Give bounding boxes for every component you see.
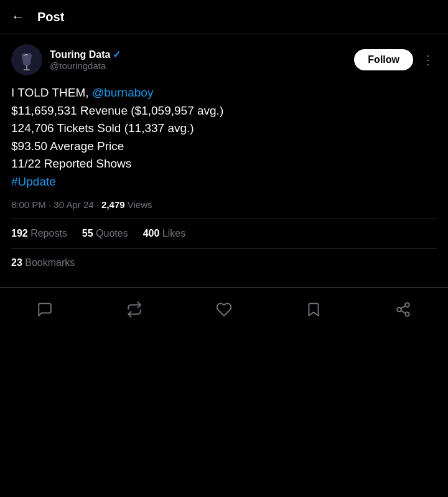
- bookmark-icon: [306, 301, 322, 318]
- follow-button[interactable]: Follow: [354, 49, 413, 70]
- post-line3: 124,706 Tickets Sold (11,337 avg.): [11, 120, 437, 138]
- like-button[interactable]: [211, 296, 237, 323]
- post-line1: I TOLD THEM, @burnaboy: [11, 84, 437, 102]
- reposts-stat: 192 Reposts: [11, 228, 67, 239]
- bookmark-button[interactable]: [301, 296, 327, 323]
- page-title: Post: [37, 10, 64, 24]
- post-container: Touring Data ✓ @touringdata Follow ⋮ I T…: [0, 34, 448, 287]
- post-line5: 11/22 Reported Shows: [11, 155, 437, 173]
- post-line4: $93.50 Average Price: [11, 138, 437, 156]
- svg-line-4: [401, 311, 405, 313]
- bookmarks-stat: 23 Bookmarks: [11, 257, 75, 268]
- svg-line-5: [401, 306, 405, 308]
- user-info: Touring Data ✓ @touringdata: [50, 49, 121, 71]
- post-content: I TOLD THEM, @burnaboy $11,659,531 Reven…: [11, 84, 437, 191]
- mention-burnaboy[interactable]: @burnaboy: [92, 86, 154, 99]
- like-icon: [216, 301, 232, 318]
- hashtag-update[interactable]: #Update: [11, 175, 56, 188]
- repost-button[interactable]: [121, 296, 147, 323]
- share-button[interactable]: [390, 296, 416, 323]
- share-icon: [395, 301, 411, 318]
- reply-icon: [37, 301, 53, 318]
- repost-icon: [126, 301, 142, 318]
- user-row: Touring Data ✓ @touringdata Follow ⋮: [11, 44, 437, 75]
- likes-stat: 400 Likes: [143, 228, 186, 239]
- bookmarks-stats: 23 Bookmarks: [11, 249, 437, 277]
- post-meta: 8:00 PM · 30 Apr 24 · 2,479 Views: [11, 199, 437, 210]
- reply-button[interactable]: [32, 296, 58, 323]
- more-options-button[interactable]: ⋮: [419, 50, 437, 70]
- engagement-stats: 192 Reposts 55 Quotes 400 Likes: [11, 219, 437, 248]
- avatar: [11, 44, 42, 75]
- user-left: Touring Data ✓ @touringdata: [11, 44, 121, 75]
- username: @touringdata: [50, 60, 121, 71]
- display-name: Touring Data ✓: [50, 49, 121, 60]
- user-right: Follow ⋮: [354, 49, 437, 70]
- post-line2: $11,659,531 Revenue ($1,059,957 avg.): [11, 102, 437, 120]
- action-bar: [0, 287, 448, 328]
- post-hashtag: #Update: [11, 173, 437, 191]
- verified-badge: ✓: [113, 49, 121, 60]
- quotes-stat: 55 Quotes: [82, 228, 128, 239]
- back-button[interactable]: ←: [11, 9, 25, 25]
- header: ← Post: [0, 0, 448, 34]
